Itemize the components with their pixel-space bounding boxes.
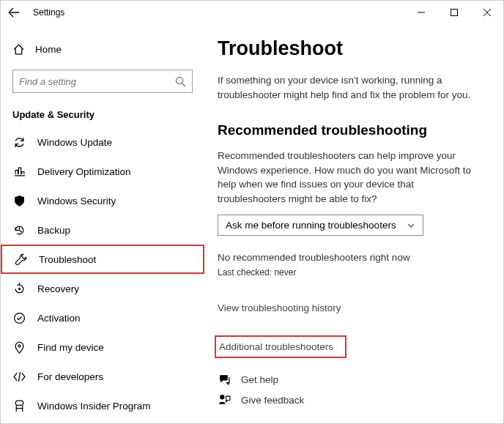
svg-point-2 (18, 287, 20, 289)
close-icon (483, 9, 491, 16)
titlebar: Settings (1, 1, 503, 24)
sync-icon (12, 135, 26, 149)
svg-rect-5 (15, 401, 23, 405)
sidebar-item-label: For developers (37, 371, 103, 382)
last-checked-text: Last checked: never (218, 267, 483, 278)
svg-rect-0 (451, 10, 457, 16)
sidebar-item-label: Find my device (37, 342, 104, 353)
sidebar-item-delivery-optimization[interactable]: Delivery Optimization (1, 157, 204, 186)
diagnostic-preference-dropdown[interactable]: Ask me before running troubleshooters (218, 215, 423, 236)
sidebar-home-label: Home (35, 44, 62, 55)
activation-icon (12, 311, 26, 324)
get-help-label: Get help (241, 374, 278, 385)
titlebar-left: Settings (7, 5, 404, 20)
additional-troubleshooters-link[interactable]: Additional troubleshooters (215, 335, 346, 358)
sidebar-item-windows-insider[interactable]: Windows Insider Program (1, 391, 204, 420)
optimization-icon (12, 165, 26, 178)
sidebar-section-header: Update & Security (1, 99, 204, 127)
svg-point-1 (176, 77, 182, 83)
main-content: Troubleshoot If something on your device… (204, 24, 503, 423)
sidebar-item-windows-update[interactable]: Windows Update (1, 127, 204, 157)
sidebar-item-find-my-device[interactable]: Find my device (1, 332, 204, 362)
sidebar-item-label: Windows Update (37, 137, 112, 148)
window-body: Home Update & Security Windows Update De… (1, 24, 503, 423)
home-icon (12, 43, 25, 56)
minimize-icon (418, 9, 425, 16)
recommended-heading: Recommended troubleshooting (218, 122, 483, 138)
sidebar-item-label: Windows Insider Program (37, 401, 151, 412)
sidebar-item-label: Delivery Optimization (37, 166, 131, 177)
close-button[interactable] (470, 1, 503, 23)
give-feedback-label: Give feedback (241, 395, 304, 406)
sidebar-item-label: Backup (37, 225, 70, 236)
sidebar-item-label: Troubleshoot (39, 254, 96, 265)
chevron-down-icon (407, 221, 415, 230)
recommended-description: Recommended troubleshooters can help imp… (218, 149, 483, 206)
sidebar-item-label: Windows Security (37, 196, 116, 207)
recovery-icon (12, 282, 26, 295)
dropdown-value: Ask me before running troubleshooters (226, 220, 396, 231)
sidebar-item-activation[interactable]: Activation (1, 303, 204, 332)
developers-icon (12, 370, 26, 383)
sidebar-home[interactable]: Home (1, 36, 204, 62)
shield-icon (12, 194, 26, 207)
minimize-button[interactable] (404, 1, 437, 23)
wrench-icon (14, 253, 27, 266)
history-link[interactable]: View troubleshooting history (218, 302, 483, 313)
sidebar-item-backup[interactable]: Backup (1, 215, 204, 245)
page-title: Troubleshoot (218, 37, 483, 60)
sidebar-item-label: Activation (37, 313, 81, 324)
backup-icon (12, 223, 26, 237)
sidebar-item-for-developers[interactable]: For developers (1, 362, 204, 391)
location-icon (12, 341, 26, 354)
back-button[interactable] (7, 5, 21, 20)
search-input[interactable] (19, 76, 175, 87)
sidebar-item-recovery[interactable]: Recovery (1, 274, 204, 303)
feedback-icon (218, 393, 231, 406)
sidebar-item-troubleshoot[interactable]: Troubleshoot (1, 245, 204, 274)
sidebar-item-windows-security[interactable]: Windows Security (1, 186, 204, 215)
insider-icon (12, 399, 26, 412)
search-icon (175, 76, 186, 87)
page-description: If something on your device isn't workin… (218, 73, 483, 102)
svg-point-6 (220, 395, 224, 399)
window-controls (404, 1, 503, 23)
sidebar-item-label: Recovery (37, 283, 79, 294)
maximize-icon (451, 9, 458, 16)
search-box[interactable] (12, 70, 193, 93)
no-recommended-text: No recommended troubleshooters right now (218, 252, 483, 263)
svg-point-4 (18, 344, 20, 346)
back-arrow-icon (8, 7, 20, 18)
give-feedback-link[interactable]: Give feedback (218, 393, 483, 406)
chat-icon (218, 373, 231, 386)
maximize-button[interactable] (437, 1, 470, 23)
get-help-link[interactable]: Get help (218, 373, 483, 386)
sidebar: Home Update & Security Windows Update De… (1, 24, 204, 423)
svg-point-3 (14, 313, 24, 323)
window-title: Settings (33, 7, 64, 18)
